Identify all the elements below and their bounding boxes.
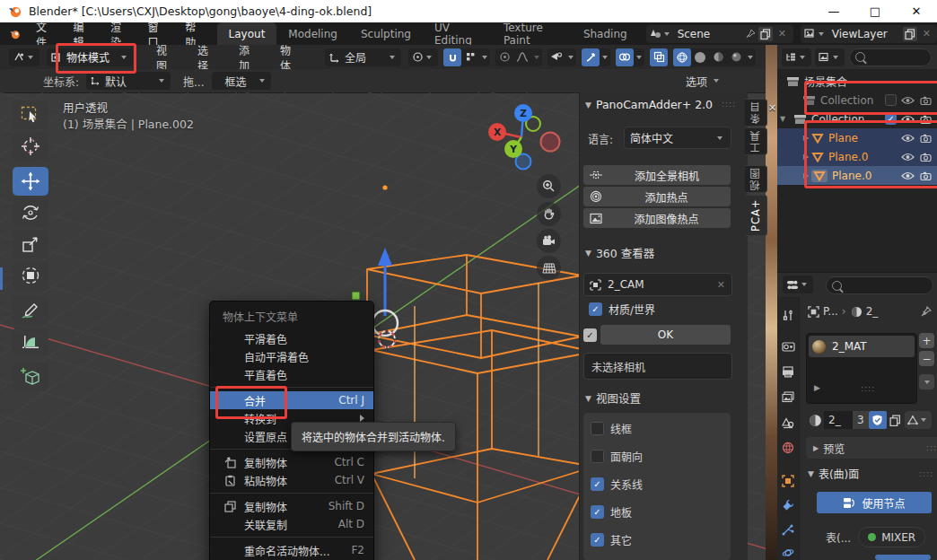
menu-edit[interactable]: 编辑 [64, 22, 101, 45]
options-dropdown[interactable]: 选项 [679, 72, 725, 90]
menu-item-shade-smooth[interactable]: 平滑着色 [210, 329, 373, 347]
material-slot-row[interactable]: 2_MAT [809, 336, 915, 357]
browse-material-icon[interactable] [809, 414, 822, 427]
remove-viewlayer-icon[interactable]: ✕ [920, 28, 933, 39]
expand-arrow[interactable]: ▼ [777, 115, 788, 123]
menu-select[interactable]: 选择 [187, 42, 228, 73]
blender-menu-icon[interactable] [9, 27, 21, 41]
menu-item-shade-flat[interactable]: 平直着色 [210, 365, 373, 383]
menu-object[interactable]: 物体 [269, 42, 311, 73]
ok-checkbox[interactable] [583, 328, 597, 342]
camera-view-button[interactable] [537, 229, 561, 253]
viewer-section-header[interactable]: ▼360 查看器 [585, 244, 654, 261]
checkbox-relationship-lines[interactable]: 关系线 [583, 464, 731, 492]
users-count-badge[interactable]: 3 [853, 411, 869, 429]
zoom-button[interactable] [537, 174, 561, 198]
menu-item-copy-objects[interactable]: 复制物体 Ctrl C [210, 453, 373, 471]
checkbox-other[interactable]: 其它 [583, 520, 731, 547]
slot-list-expand[interactable]: ▶ [814, 383, 820, 392]
exclude-checkbox[interactable] [885, 113, 897, 125]
add-slot-button[interactable]: + [919, 333, 934, 348]
xray-toggle[interactable] [650, 48, 668, 66]
snap-toggle[interactable] [443, 48, 461, 66]
scene-selector[interactable]: Scene ✕ [646, 25, 793, 43]
outliner-row-plane-001[interactable]: ▶ Plane.0 [777, 147, 937, 166]
sidebar-tab-view[interactable]: 视图 [745, 165, 767, 193]
pivot-point-dropdown[interactable] [408, 48, 438, 66]
tab-world[interactable] [777, 437, 799, 459]
tool-move[interactable] [13, 167, 48, 196]
eye-icon[interactable] [901, 96, 915, 105]
eye-icon[interactable] [901, 134, 915, 143]
outliner-display-mode[interactable] [815, 48, 845, 66]
add-hotspot-button[interactable]: 添加热点 [583, 187, 731, 206]
close-button[interactable]: ✕ [896, 0, 937, 22]
tool-select-box[interactable] [13, 101, 48, 129]
menu-file[interactable]: 文件 [26, 22, 64, 45]
tool-annotate[interactable] [13, 296, 48, 325]
outliner-row-collection-hidden[interactable]: Collection [777, 91, 937, 109]
add-image-hotspot-button[interactable]: 添加图像热点 [583, 208, 731, 228]
breadcrumb-object-name[interactable]: P... [823, 305, 838, 318]
eye-icon[interactable] [901, 153, 915, 162]
pan-button[interactable] [537, 202, 561, 226]
visibility-dropdown[interactable] [547, 48, 576, 66]
outliner-row-plane[interactable]: ▶ Plane [777, 128, 937, 147]
checkbox-floor[interactable]: 地板 [583, 492, 731, 520]
tab-modifiers[interactable] [777, 494, 799, 516]
material-world-checkbox[interactable]: 材质/世界 [589, 302, 655, 317]
menu-item-duplicate-objects[interactable]: 复制物体 Shift D [210, 497, 373, 515]
camera-visibility-icon[interactable] [920, 134, 932, 143]
tab-physics[interactable] [777, 542, 799, 560]
checkbox-wireframe[interactable]: 线框 [583, 413, 731, 436]
properties-search-input[interactable] [826, 276, 933, 294]
nav-axis-z[interactable]: Z [514, 104, 532, 122]
tab-view-layer[interactable] [777, 386, 799, 407]
panel-drag-dots[interactable]: :::: [722, 100, 736, 109]
eye-icon[interactable] [901, 115, 915, 124]
workspace-tab-uvediting[interactable]: UV Editing [423, 22, 492, 45]
exclude-checkbox[interactable] [885, 94, 897, 106]
slot-list-drag-dots[interactable]: :::: [861, 384, 875, 393]
pin-icon[interactable] [746, 29, 756, 39]
show-gizmo-toggle[interactable] [582, 48, 600, 66]
pin-id-icon[interactable] [921, 306, 932, 317]
addon-panel-header[interactable]: ▼PanoCamAdder+ 2.0 [585, 98, 713, 111]
outliner-row-scene-collection[interactable]: 场景集合 [777, 72, 937, 91]
proportional-edit-toggle[interactable] [495, 48, 513, 66]
checkbox-background[interactable]: 背景 [583, 547, 731, 560]
viewlayer-selector[interactable]: ViewLayer ✕ [801, 25, 937, 43]
language-dropdown[interactable]: 简体中文 [624, 127, 731, 149]
transform-orientation-dropdown[interactable]: 全局 [325, 48, 401, 66]
unlink-scene-icon[interactable]: ✕ [775, 28, 789, 39]
add-pano-camera-button[interactable]: 添加全景相机 [583, 165, 731, 185]
properties-editor-selector[interactable] [783, 276, 813, 293]
perspective-toggle-button[interactable] [537, 256, 561, 280]
menu-view[interactable]: 视图 [145, 42, 187, 73]
tab-object[interactable] [777, 470, 799, 492]
shading-rendered[interactable] [727, 48, 745, 66]
new-scene-icon[interactable] [758, 27, 773, 41]
small-close-icon[interactable]: ✕ [768, 102, 776, 114]
material-name-field[interactable]: 2_ [824, 411, 853, 429]
tab-render[interactable] [777, 336, 799, 357]
view-settings-header[interactable]: ▼视图设置 [585, 389, 641, 407]
menu-item-duplicate-linked[interactable]: 关联复制 Alt D [210, 515, 373, 533]
menu-item-shade-auto-smooth[interactable]: 自动平滑着色 [210, 347, 373, 365]
outliner-row-collection[interactable]: ▼ Collection [777, 109, 937, 128]
workspace-tab-texturepaint[interactable]: Texture Paint [492, 22, 572, 45]
shading-solid[interactable] [691, 48, 709, 66]
nav-axis-y[interactable]: Y [504, 140, 522, 158]
breadcrumb-object-icon[interactable] [808, 306, 819, 318]
shading-wireframe[interactable] [673, 48, 691, 66]
breadcrumb-material-icon[interactable] [851, 306, 863, 318]
tab-tool[interactable] [777, 305, 799, 327]
camera-name-field[interactable]: 2_CAM ✕ [583, 273, 732, 296]
mode-dropdown[interactable]: 物体模式 [47, 48, 133, 66]
snap-settings[interactable] [461, 48, 479, 66]
workspace-tab-sculpting[interactable]: Sculpting [349, 22, 423, 45]
sidebar-tab-pca[interactable]: PCA+ [745, 195, 767, 236]
tab-output[interactable] [777, 361, 799, 382]
menu-render[interactable]: 渲染 [101, 22, 138, 45]
tool-measure[interactable] [13, 328, 48, 356]
